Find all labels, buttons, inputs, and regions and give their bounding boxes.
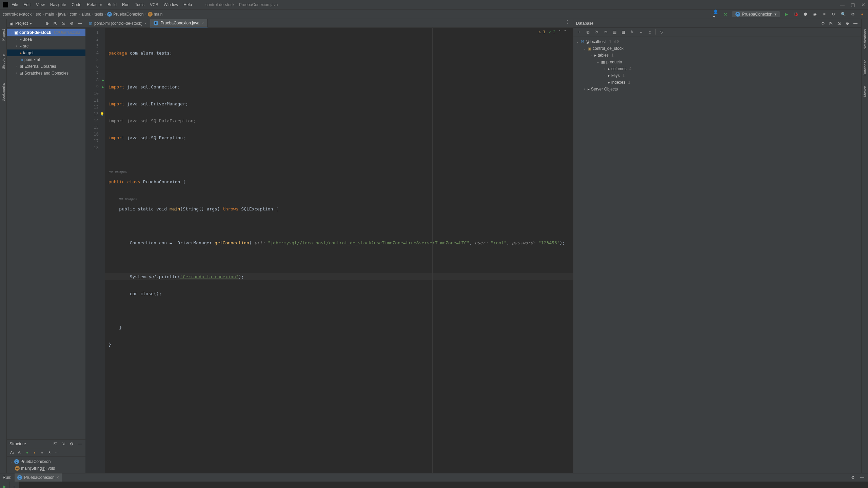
crumb[interactable]: src: [36, 12, 41, 17]
console-output[interactable]: "C:\Program Files\Java\jdk-19\bin\java.e…: [19, 482, 868, 488]
tabs-menu-icon[interactable]: ⋮: [564, 19, 570, 25]
bulb-icon[interactable]: 💡: [100, 112, 104, 116]
notifications-tab[interactable]: Notifications: [863, 29, 867, 49]
tree-row[interactable]: ›▸src: [7, 43, 85, 49]
code-editor[interactable]: ⚠ 1 ✓ 2 ˄˅ package com.alura.tests; impo…: [105, 28, 573, 473]
close-icon[interactable]: ×: [144, 21, 146, 25]
tree-row[interactable]: ›⊞External Libraries: [7, 63, 85, 70]
menu-navigate[interactable]: Navigate: [50, 2, 66, 7]
db-indexes[interactable]: ›▸indexes1: [573, 79, 861, 86]
sort-vis-icon[interactable]: V↓: [17, 450, 22, 455]
menu-view[interactable]: View: [36, 2, 45, 7]
more-icon[interactable]: ⚙: [844, 20, 850, 26]
console-icon[interactable]: ▤: [611, 29, 617, 35]
crumb[interactable]: main: [154, 12, 163, 17]
breadcrumb[interactable]: control-de-stock› src› main› java› com› …: [3, 12, 163, 17]
menu-help[interactable]: Help: [183, 2, 192, 7]
close-icon[interactable]: ×: [57, 475, 59, 480]
profile-icon[interactable]: ◉: [812, 11, 818, 17]
db-server-objects[interactable]: ›▸Server Objects: [573, 86, 861, 93]
filter-icon[interactable]: ▽: [658, 29, 665, 35]
hide-icon[interactable]: —: [859, 474, 865, 481]
collapse-icon[interactable]: ⇲: [836, 20, 842, 26]
db-tables[interactable]: ⌄▸tables1: [573, 52, 861, 59]
rollback-icon[interactable]: ⎌: [647, 29, 653, 35]
expand-icon[interactable]: ⇱: [52, 441, 58, 447]
avatar-icon[interactable]: ●: [859, 11, 865, 17]
crumb[interactable]: main: [45, 12, 54, 17]
git-update-icon[interactable]: ⟳: [831, 11, 837, 17]
more-icon[interactable]: ⋯: [54, 450, 60, 455]
crumb[interactable]: java: [58, 12, 65, 17]
db-table[interactable]: ⌄▦producto: [573, 59, 861, 65]
db-root[interactable]: ⌄ ⛁ @localhost 1 of 8: [573, 38, 861, 45]
crumb[interactable]: alura: [81, 12, 91, 17]
maven-tab[interactable]: Maven: [863, 86, 867, 97]
collapse-all-icon[interactable]: ⇲: [60, 20, 66, 26]
autoscroll-icon[interactable]: λ: [47, 450, 52, 455]
run-gutter-icon[interactable]: ▶: [102, 78, 104, 82]
settings-icon[interactable]: ⚙: [850, 11, 856, 17]
tree-row[interactable]: ▸target: [7, 49, 85, 56]
crumb[interactable]: PruebaConexion: [113, 12, 143, 17]
run-tab[interactable]: C PruebaConexion ×: [15, 473, 61, 482]
sort-alpha-icon[interactable]: A↓: [9, 450, 15, 455]
expand-icon[interactable]: ⇱: [828, 20, 834, 26]
project-tool-tab[interactable]: Project: [1, 29, 5, 41]
rerun-icon[interactable]: ▶: [2, 484, 8, 488]
editor-tab-pom[interactable]: m pom.xml (control-de-stock) ×: [85, 19, 150, 27]
project-tree[interactable]: ⌄ ▣ control-de-stock C:\Users\czala ›▸.i…: [7, 28, 85, 89]
gear-icon[interactable]: ⚙: [820, 20, 826, 26]
minimize-icon[interactable]: —: [840, 2, 845, 7]
coverage-icon[interactable]: ⬢: [802, 11, 808, 17]
hide-icon[interactable]: —: [77, 441, 83, 447]
editor-body[interactable]: 1 2 3 4 5 6 7 8▶ 9▶ 10 11 12 13💡 14 15 1…: [85, 28, 573, 473]
show-anon-icon[interactable]: ●: [39, 450, 45, 455]
close-icon[interactable]: ✕: [861, 2, 865, 7]
chevron-down-icon[interactable]: ▾: [30, 21, 32, 26]
crumb[interactable]: com: [70, 12, 77, 17]
crumb[interactable]: tests: [95, 12, 103, 17]
menu-edit[interactable]: Edit: [23, 2, 31, 7]
show-inherited-icon[interactable]: ●: [32, 450, 37, 455]
database-tab[interactable]: Database: [863, 60, 867, 76]
select-opened-icon[interactable]: ⊕: [44, 20, 50, 26]
run-icon[interactable]: ▶: [783, 11, 789, 17]
ddl-icon[interactable]: ⌁: [638, 29, 644, 35]
hide-icon[interactable]: —: [77, 20, 83, 26]
close-icon[interactable]: ×: [201, 21, 203, 25]
tree-root[interactable]: ⌄ ▣ control-de-stock C:\Users\czala: [7, 29, 85, 36]
gear-icon[interactable]: ⚙: [850, 474, 856, 481]
editor-gutter[interactable]: 1 2 3 4 5 6 7 8▶ 9▶ 10 11 12 13💡 14 15 1…: [85, 28, 105, 473]
menu-vcs[interactable]: VCS: [150, 2, 158, 7]
run-config-selector[interactable]: C PruebaConexion ▾: [732, 11, 780, 17]
gear-icon[interactable]: ⚙: [68, 441, 75, 447]
menu-run[interactable]: Run: [122, 2, 130, 7]
stop-icon[interactable]: ■: [821, 11, 827, 17]
add-icon[interactable]: +: [576, 29, 582, 35]
search-icon[interactable]: 🔍: [840, 11, 846, 17]
structure-tree[interactable]: ⌄ C PruebaConexion m main(String[]): voi…: [7, 457, 85, 473]
inspection-widget[interactable]: ⚠ 1 ✓ 2 ˄˅: [538, 30, 566, 34]
build-icon[interactable]: ⚒: [723, 11, 729, 17]
menu-build[interactable]: Build: [107, 2, 117, 7]
structure-class[interactable]: ⌄ C PruebaConexion: [7, 458, 85, 465]
menu-code[interactable]: Code: [72, 2, 81, 7]
tree-row[interactable]: ›▸.idea: [7, 36, 85, 43]
db-schema[interactable]: ⌄▣control_de_stock: [573, 45, 861, 52]
duplicate-icon[interactable]: ⧉: [585, 29, 591, 35]
show-fields-icon[interactable]: ●: [24, 450, 30, 455]
database-tree[interactable]: ⌄ ⛁ @localhost 1 of 8 ⌄▣control_de_stock…: [573, 37, 861, 94]
menu-window[interactable]: Window: [164, 2, 178, 7]
db-keys[interactable]: ›▸keys1: [573, 72, 861, 79]
run-gutter-icon[interactable]: ▶: [102, 85, 104, 89]
tree-row[interactable]: ›⊟Scratches and Consoles: [7, 70, 85, 77]
up-icon[interactable]: ↑: [11, 484, 17, 488]
crumb[interactable]: control-de-stock: [3, 12, 32, 17]
bookmarks-tool-tab[interactable]: Bookmarks: [1, 83, 5, 102]
jump-icon[interactable]: ▦: [620, 29, 626, 35]
structure-method[interactable]: m main(String[]): void: [7, 465, 85, 472]
debug-icon[interactable]: 🐞: [793, 11, 799, 17]
menu-file[interactable]: File: [12, 2, 18, 7]
editor-tab-java[interactable]: C PruebaConexion.java ×: [150, 19, 207, 27]
